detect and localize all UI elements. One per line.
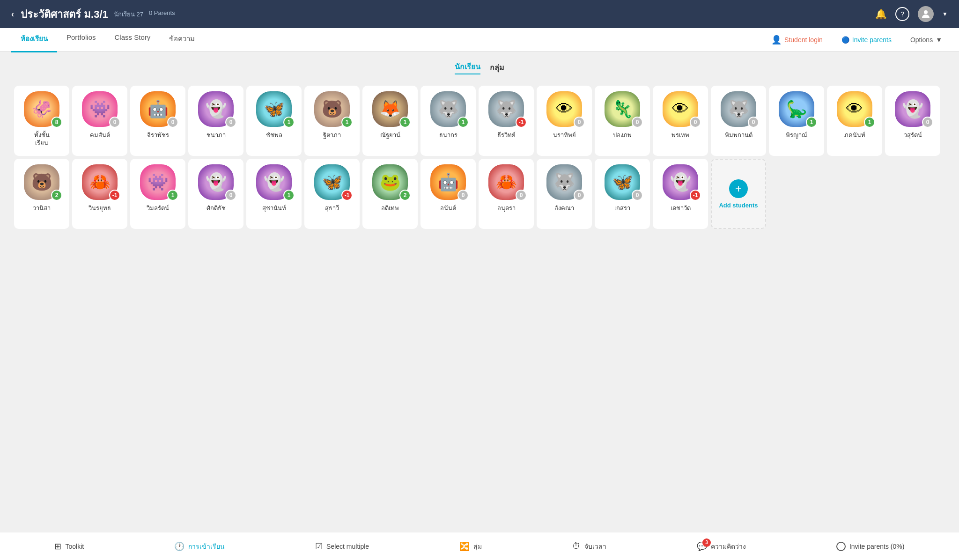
student-name: ฐิตาภา [323, 132, 341, 140]
bell-icon[interactable]: 🔔 [875, 8, 887, 20]
nav-tabs: ห้องเรียน Portfolios Class Story ข้อความ [11, 27, 204, 52]
student-card[interactable]: 👁 0 พรเทพ [653, 86, 708, 156]
bottom-toolbar: ⊞ Toolkit 🕐 การเข้าเรียน ☑ Select multip… [0, 532, 959, 560]
bottom-random[interactable]: 🔀 สุ่ม [454, 538, 487, 555]
timer-label: จับเวลา [584, 541, 606, 552]
student-card[interactable]: 👻 -1 เดชาวัด [653, 159, 708, 229]
student-card[interactable]: 🦕 1 พิรญาณ์ [769, 86, 824, 156]
behavior-label: ความคิดว่าง [711, 541, 746, 552]
student-name: อนันต์ [440, 205, 456, 213]
student-card[interactable]: 🦋 0 เกสรา [595, 159, 650, 229]
bottom-select-multiple[interactable]: ☑ Select multiple [310, 538, 375, 555]
student-avatar: 🦕 1 [778, 90, 815, 128]
student-card[interactable]: 👻 1 สุชานันท์ [246, 159, 302, 229]
select-multiple-label: Select multiple [326, 543, 369, 550]
back-button[interactable]: ‹ [11, 9, 14, 19]
bottom-invite[interactable]: Invite parents (0%) [831, 538, 910, 555]
invite-icon: 🔵 [841, 36, 849, 44]
main-content: นักเรียน กลุ่ม 🦑 8 ทั้งชั้นเรียน 👾 0 คมส… [0, 52, 959, 532]
student-card[interactable]: 🤖 0 จิราพัชร [130, 86, 185, 156]
user-avatar[interactable] [918, 6, 934, 22]
bottom-timer[interactable]: ⏱ จับเวลา [567, 538, 612, 555]
student-card[interactable]: 🐻 2 วานิสา [14, 159, 69, 229]
student-name: วิมลรัตน์ [147, 205, 169, 213]
student-score-badge: 0 [922, 117, 933, 128]
student-score-badge: 1 [457, 117, 469, 128]
student-name: ธนากร [439, 132, 457, 140]
student-avatar: 👾 1 [139, 163, 177, 201]
student-card[interactable]: 🐻 1 ฐิตาภา [304, 86, 360, 156]
student-card[interactable]: 🐺 0 อังคณา [537, 159, 592, 229]
student-login-button[interactable]: 👤 Student login [766, 32, 828, 48]
student-card[interactable]: 🦎 0 ปองภพ [595, 86, 650, 156]
add-students-label: Add students [719, 202, 758, 209]
student-avatar: 👻 0 [894, 90, 931, 128]
attendance-icon: 🕐 [174, 541, 184, 552]
student-avatar: 🦋 1 [255, 90, 293, 128]
student-name: จิราพัชร [147, 132, 169, 140]
student-score-badge: 0 [748, 117, 759, 128]
timer-icon: ⏱ [572, 541, 581, 551]
student-score-badge: 0 [225, 190, 236, 201]
student-card[interactable]: 👁 0 นราทิพย์ [537, 86, 592, 156]
student-card[interactable]: 👻 0 ศักดิธัช [188, 159, 243, 229]
student-score-badge: 1 [399, 117, 411, 128]
toolkit-icon: ⊞ [54, 541, 61, 552]
student-score-badge: 1 [283, 117, 295, 128]
student-name: เกสรา [614, 205, 630, 213]
student-name: ชัชพล [266, 132, 282, 140]
tab-messages[interactable]: ข้อความ [160, 27, 204, 52]
tab-classroom[interactable]: ห้องเรียน [11, 27, 57, 52]
bottom-attendance[interactable]: 🕐 การเข้าเรียน [169, 538, 230, 555]
toggle-students[interactable]: นักเรียน [455, 61, 480, 74]
student-card[interactable]: 🦋 1 ชัชพล [246, 86, 302, 156]
student-name: พรเทพ [671, 132, 689, 140]
student-avatar: 🐺 -1 [487, 90, 525, 128]
tab-portfolios[interactable]: Portfolios [57, 27, 105, 52]
student-score-badge: 2 [51, 190, 62, 201]
whole-class-avatar: 🦑 8 [23, 90, 60, 128]
student-name: วินรยุทธ [89, 205, 111, 213]
student-card[interactable]: 🐺 0 พิมพกานต์ [711, 86, 766, 156]
student-card[interactable]: 🦊 1 ณัฐยาน์ [362, 86, 418, 156]
header-actions: 🔔 ? ▼ [875, 6, 948, 22]
student-score-badge: 0 [632, 190, 643, 201]
view-toggle: นักเรียน กลุ่ม [14, 61, 945, 74]
student-avatar: 🤖 0 [139, 90, 177, 128]
header-title-group: ‹ ประวัติศาสตร์ ม.3/1 [11, 6, 108, 22]
student-score-badge: 0 [574, 190, 585, 201]
student-name: ธีรวิทย์ [497, 132, 516, 140]
student-card[interactable]: 👾 1 วิมลรัตน์ [130, 159, 185, 229]
student-card[interactable]: 👻 0 วสุรัตน์ [885, 86, 940, 156]
options-button[interactable]: Options ▼ [905, 33, 948, 46]
student-score-badge: 1 [283, 190, 295, 201]
student-avatar: 🤖 0 [429, 163, 467, 201]
student-avatar: 👁 0 [546, 90, 583, 128]
student-card[interactable]: 👁 1 ภคนันท์ [827, 86, 882, 156]
student-card[interactable]: 🐺 1 ธนากร [420, 86, 476, 156]
help-icon[interactable]: ? [895, 7, 909, 21]
student-card[interactable]: 🦋 -1 สุธาวี [304, 159, 360, 229]
student-card[interactable]: 🐺 -1 ธีรวิทย์ [479, 86, 534, 156]
bottom-behavior[interactable]: 💬 3 ความคิดว่าง [691, 538, 752, 555]
student-card[interactable]: 🐸 2 อดิเทพ [362, 159, 418, 229]
whole-class-card[interactable]: 🦑 8 ทั้งชั้นเรียน [14, 86, 69, 156]
student-card[interactable]: 🤖 0 อนันต์ [420, 159, 476, 229]
student-avatar: 🦋 0 [604, 163, 641, 201]
student-avatar: 🐺 0 [546, 163, 583, 201]
student-name: ปองภพ [613, 132, 632, 140]
student-card[interactable]: 👻 0 ชนาภา [188, 86, 243, 156]
bottom-toolkit[interactable]: ⊞ Toolkit [49, 538, 89, 555]
add-students-card[interactable]: + Add students [711, 159, 766, 229]
behavior-badge: 3 [702, 538, 711, 547]
tab-class-story[interactable]: Class Story [105, 27, 160, 52]
student-card[interactable]: 🦀 -1 วินรยุทธ [72, 159, 127, 229]
student-name: อดิเทพ [381, 205, 399, 213]
student-avatar: 🐸 2 [371, 163, 409, 201]
student-score-badge: 0 [457, 190, 469, 201]
student-card[interactable]: 👾 0 คมสันต์ [72, 86, 127, 156]
invite-parents-button[interactable]: 🔵 Invite parents [836, 33, 897, 46]
student-card[interactable]: 🦀 0 อนุดรา [479, 159, 534, 229]
avatar-dropdown-icon[interactable]: ▼ [942, 11, 948, 17]
toggle-groups[interactable]: กลุ่ม [490, 62, 504, 74]
